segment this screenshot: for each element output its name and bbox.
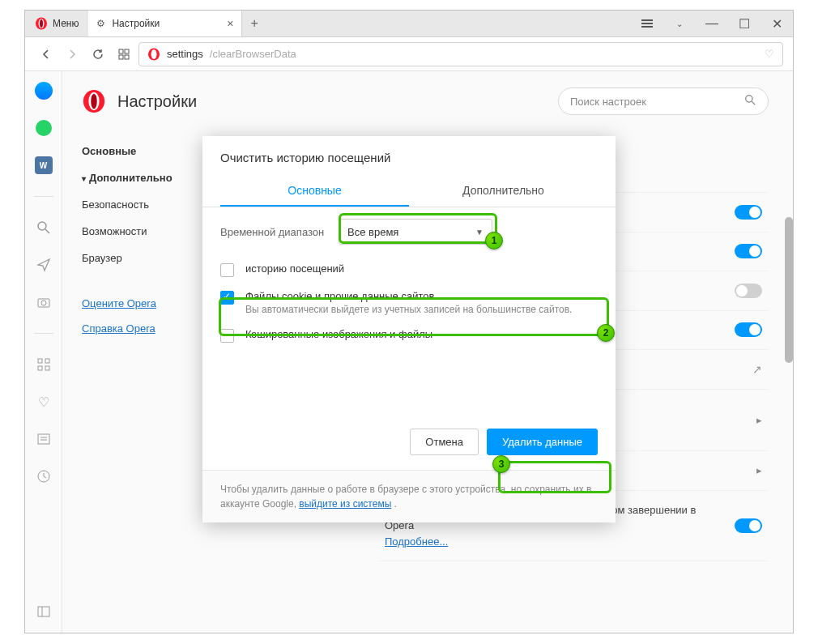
svg-rect-17 (38, 434, 49, 444)
svg-point-25 (91, 94, 97, 109)
dialog-tab-advanced[interactable]: Дополнительно (409, 176, 598, 207)
external-link-icon[interactable]: ↗ (752, 363, 762, 376)
svg-rect-6 (125, 55, 129, 59)
nav-browser[interactable]: Браузер (82, 245, 203, 271)
separator (34, 333, 53, 334)
checkbox[interactable] (220, 263, 234, 277)
dialog-tab-basic[interactable]: Основные (220, 176, 409, 207)
address-bar: settings/clearBrowserData ♡ (25, 37, 793, 71)
svg-rect-16 (45, 366, 49, 370)
sidebar-chevron-icon[interactable]: ⌄ (663, 19, 696, 28)
svg-rect-15 (38, 366, 42, 370)
send-icon[interactable] (34, 255, 53, 275)
search-icon[interactable] (34, 218, 53, 237)
clear-browsing-data-dialog: Очистить историю посещений Основные Допо… (202, 136, 616, 522)
nav-main[interactable]: Основные (82, 138, 203, 164)
new-tab-button[interactable]: + (242, 11, 266, 36)
svg-rect-5 (119, 55, 123, 59)
speed-dial-icon[interactable] (113, 43, 135, 66)
option-cookies[interactable]: Файлы cookie и прочие данные сайтов Вы а… (202, 284, 616, 322)
nav-features[interactable]: Возможности (82, 218, 203, 245)
back-button[interactable] (35, 43, 58, 66)
learn-more-link[interactable]: Подробнее... (385, 535, 448, 548)
toggle-switch[interactable] (735, 205, 762, 220)
option-browsing-history[interactable]: историю посещений (202, 256, 616, 284)
sidebar-toggle-icon[interactable] (631, 23, 663, 24)
separator (34, 196, 53, 197)
dialog-actions: Отмена Удалить данные (202, 414, 616, 470)
opera-logo-icon (82, 89, 106, 113)
option-cache[interactable]: Кэшированные изображения и файлы (202, 322, 616, 349)
extensions-icon[interactable] (34, 355, 53, 374)
toggle-switch[interactable] (735, 518, 762, 533)
cancel-button[interactable]: Отмена (410, 429, 479, 455)
dialog-tabs: Основные Дополнительно (202, 176, 616, 207)
chevron-right-icon: ▸ (756, 464, 762, 476)
chevron-down-icon: ▼ (475, 228, 484, 237)
menu-button[interactable]: Меню (25, 11, 88, 36)
svg-point-2 (40, 19, 43, 28)
svg-point-8 (151, 49, 157, 59)
sign-out-link[interactable]: выйдите из системы (299, 498, 391, 510)
dialog-title: Очистить историю посещений (202, 136, 616, 176)
url-protocol: settings (167, 48, 203, 60)
nav-advanced[interactable]: Дополнительно (82, 164, 203, 191)
toggle-switch[interactable] (735, 322, 762, 337)
svg-rect-3 (119, 49, 123, 53)
gear-icon: ⚙ (96, 18, 105, 29)
time-range-value: Все время (347, 226, 398, 238)
search-icon (744, 94, 756, 109)
checkbox[interactable] (220, 329, 234, 343)
checkbox-checked[interactable] (220, 291, 234, 305)
svg-line-27 (752, 101, 755, 104)
toggle-switch[interactable] (735, 284, 762, 298)
chevron-right-icon: ▸ (756, 414, 762, 426)
favorites-icon[interactable]: ♡ (34, 392, 53, 412)
svg-rect-14 (45, 359, 49, 363)
vk-icon[interactable]: W (34, 156, 53, 175)
svg-point-12 (41, 301, 46, 305)
search-placeholder: Поиск настроек (570, 96, 646, 108)
opera-favicon-icon (147, 48, 160, 61)
nav-security[interactable]: Безопасность (82, 191, 203, 218)
time-range-select[interactable]: Все время ▼ (339, 219, 492, 245)
close-window-button[interactable]: ✕ (760, 16, 793, 32)
tab-title: Настройки (112, 18, 160, 29)
nav-rate-link[interactable]: Оцените Opera (82, 291, 203, 316)
page-title: Настройки (117, 92, 197, 111)
minimize-button[interactable]: — (696, 16, 728, 31)
svg-rect-4 (125, 49, 129, 53)
app-sidebar: W ♡ (25, 71, 62, 633)
reload-button[interactable] (87, 43, 109, 66)
forward-button[interactable] (61, 43, 83, 66)
dialog-footer: Чтобы удалить данные о работе в браузере… (202, 470, 616, 522)
settings-nav: Основные Дополнительно Безопасность Возм… (82, 138, 203, 561)
maximize-button[interactable]: ☐ (728, 16, 760, 32)
whatsapp-icon[interactable] (34, 118, 53, 138)
svg-rect-13 (38, 359, 42, 363)
time-range-row: Временной диапазон Все время ▼ (202, 207, 616, 256)
clear-data-button[interactable]: Удалить данные (487, 429, 598, 455)
history-icon[interactable] (34, 467, 53, 486)
window-controls: ⌄ — ☐ ✕ (631, 11, 793, 36)
tab-settings[interactable]: ⚙ Настройки × (88, 11, 242, 36)
url-path: /clearBrowserData (210, 48, 296, 60)
panel-toggle-icon[interactable] (34, 602, 53, 621)
svg-rect-21 (38, 607, 49, 616)
toggle-switch[interactable] (735, 244, 762, 258)
menu-label: Меню (53, 18, 79, 29)
scrollbar[interactable] (785, 217, 793, 363)
news-icon[interactable] (34, 429, 53, 449)
url-input[interactable]: settings/clearBrowserData ♡ (138, 42, 783, 66)
titlebar: Меню ⚙ Настройки × + ⌄ — ☐ ✕ (25, 11, 793, 37)
nav-help-link[interactable]: Справка Opera (82, 316, 203, 341)
opera-logo-icon (35, 17, 48, 30)
heart-icon[interactable]: ♡ (765, 48, 774, 60)
camera-icon[interactable] (34, 292, 53, 312)
messenger-icon[interactable] (34, 81, 53, 100)
settings-search-input[interactable]: Поиск настроек (558, 87, 769, 115)
svg-point-26 (746, 96, 752, 102)
close-tab-icon[interactable]: × (227, 17, 233, 30)
time-range-label: Временной диапазон (220, 226, 327, 238)
page-header: Настройки Поиск настроек (82, 87, 769, 115)
